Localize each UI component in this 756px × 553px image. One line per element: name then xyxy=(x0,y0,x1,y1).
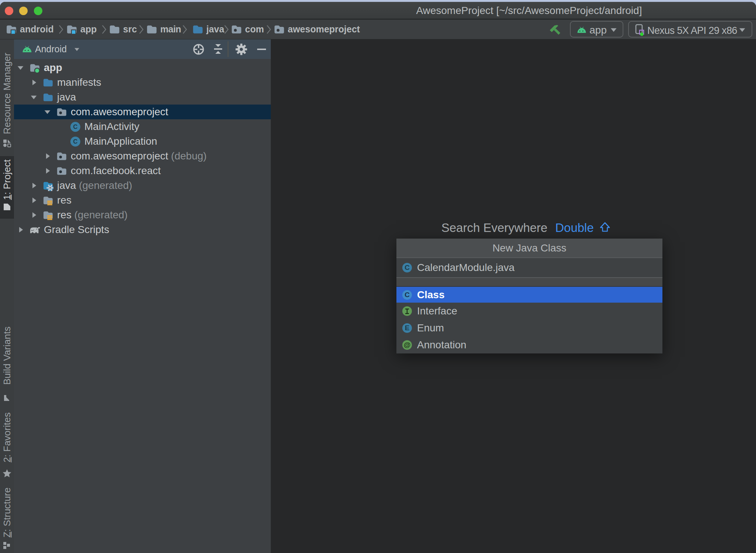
svg-text:C: C xyxy=(73,138,78,145)
svg-text:C: C xyxy=(73,123,78,130)
